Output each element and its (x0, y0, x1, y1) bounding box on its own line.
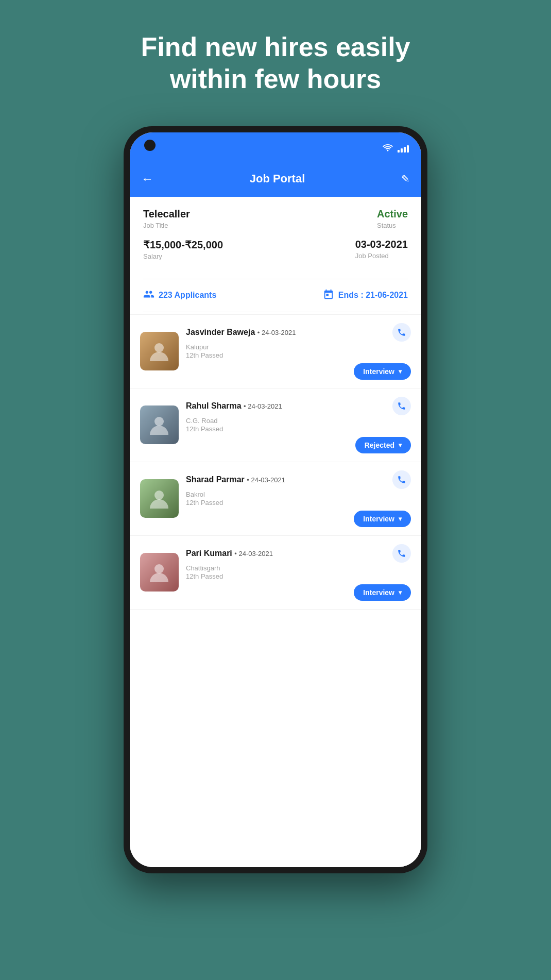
calendar-icon (323, 289, 334, 302)
applicants-icon (143, 289, 154, 302)
content-area: Telecaller Job Title Active Status ₹15,0… (130, 197, 421, 867)
job-salary-label: Salary (143, 252, 223, 260)
job-title-label: Job Title (143, 222, 190, 229)
avatar-2 (140, 479, 179, 518)
applicant-qual-2: 12th Passed (186, 499, 411, 506)
applicant-qual-1: 12th Passed (186, 425, 411, 433)
status-icons (382, 143, 409, 154)
job-status-field: Active Status (377, 208, 408, 229)
ends-date: Ends : 21-06-2021 (338, 291, 408, 300)
phone-frame: ← Job Portal ✎ Telecaller Job Title Acti… (124, 126, 427, 873)
action-row-3: Interview ▾ (186, 584, 411, 601)
applicant-info-2: Sharad Parmar • 24-03-2021 Bakrol (186, 470, 411, 527)
applicant-name-3: Pari Kumari • 24-03-2021 (186, 549, 273, 558)
ends-stat: Ends : 21-06-2021 (323, 289, 408, 302)
applicants-stat: 223 Applicants (143, 289, 323, 302)
action-btn-3[interactable]: Interview ▾ (354, 584, 411, 601)
applicant-name-row-1: Rahul Sharma • 24-03-2021 (186, 397, 411, 415)
applicant-name-row-3: Pari Kumari • 24-03-2021 (186, 544, 411, 563)
applicant-name-2: Sharad Parmar • 24-03-2021 (186, 475, 285, 484)
headline: Find new hires easily within few hours (99, 0, 451, 95)
status-bar (130, 132, 421, 161)
applicant-qual-3: 12th Passed (186, 572, 411, 580)
applicant-info-0: Jasvinder Baweja • 24-03-2021 Kalupur (186, 323, 411, 380)
action-row-2: Interview ▾ (186, 511, 411, 527)
job-status-value: Active (377, 208, 408, 220)
stats-row: 223 Applicants Ends : 21-06-2021 (130, 281, 421, 310)
applicant-info-3: Pari Kumari • 24-03-2021 Chattisgarh (186, 544, 411, 601)
action-btn-0[interactable]: Interview ▾ (354, 363, 411, 380)
job-title-value: Telecaller (143, 208, 190, 220)
applicant-location-2: Bakrol (186, 491, 411, 498)
applicant-card-1: Rahul Sharma • 24-03-2021 C.G. Road (130, 388, 421, 462)
applicant-name-0: Jasvinder Baweja • 24-03-2021 (186, 328, 296, 337)
back-button[interactable]: ← (141, 172, 153, 186)
divider-2 (143, 312, 408, 312)
job-info-section: Telecaller Job Title Active Status ₹15,0… (130, 197, 421, 277)
app-title: Job Portal (250, 172, 305, 185)
svg-point-3 (154, 564, 164, 573)
applicant-name-row-2: Sharad Parmar • 24-03-2021 (186, 470, 411, 489)
applicant-qual-0: 12th Passed (186, 351, 411, 359)
job-title-row: Telecaller Job Title Active Status (143, 208, 408, 229)
applicant-name-1: Rahul Sharma • 24-03-2021 (186, 401, 282, 411)
job-status-label: Status (377, 222, 408, 229)
divider-1 (143, 279, 408, 279)
app-header: ← Job Portal ✎ (130, 161, 421, 197)
action-row-0: Interview ▾ (186, 363, 411, 380)
job-salary-value: ₹15,000-₹25,000 (143, 239, 223, 251)
wifi-icon (382, 143, 393, 154)
camera-dot (144, 140, 156, 151)
call-button-3[interactable] (392, 544, 411, 563)
signal-bars-icon (398, 144, 409, 153)
avatar-3 (140, 553, 179, 592)
applicants-list: Jasvinder Baweja • 24-03-2021 Kalupur (130, 314, 421, 867)
applicant-card-3: Pari Kumari • 24-03-2021 Chattisgarh (130, 535, 421, 610)
applicant-card-0: Jasvinder Baweja • 24-03-2021 Kalupur (130, 314, 421, 388)
job-posted-field: 03-03-2021 Job Posted (355, 239, 408, 260)
applicant-info-1: Rahul Sharma • 24-03-2021 C.G. Road (186, 397, 411, 453)
edit-button[interactable]: ✎ (401, 173, 410, 185)
job-title-field: Telecaller Job Title (143, 208, 190, 229)
call-button-0[interactable] (392, 323, 411, 342)
avatar-1 (140, 405, 179, 444)
avatar-0 (140, 332, 179, 370)
applicant-location-0: Kalupur (186, 343, 411, 351)
svg-point-2 (154, 491, 164, 500)
applicant-name-row-0: Jasvinder Baweja • 24-03-2021 (186, 323, 411, 342)
headline-line2: within few hours (170, 64, 381, 94)
action-row-1: Rejected ▾ (186, 437, 411, 453)
headline-line1: Find new hires easily (141, 32, 410, 62)
job-salary-row: ₹15,000-₹25,000 Salary 03-03-2021 Job Po… (143, 239, 408, 260)
action-btn-2[interactable]: Interview ▾ (354, 511, 411, 527)
job-salary-field: ₹15,000-₹25,000 Salary (143, 239, 223, 260)
applicant-location-3: Chattisgarh (186, 564, 411, 572)
action-btn-1[interactable]: Rejected ▾ (355, 437, 411, 453)
phone-screen: ← Job Portal ✎ Telecaller Job Title Acti… (130, 132, 421, 867)
applicants-count: 223 Applicants (159, 291, 216, 300)
svg-point-1 (154, 417, 164, 426)
applicant-location-1: C.G. Road (186, 417, 411, 425)
call-button-2[interactable] (392, 470, 411, 489)
call-button-1[interactable] (392, 397, 411, 415)
svg-point-0 (154, 343, 164, 352)
applicant-card-2: Sharad Parmar • 24-03-2021 Bakrol (130, 462, 421, 535)
job-posted-label: Job Posted (355, 252, 408, 260)
job-posted-value: 03-03-2021 (355, 239, 408, 250)
